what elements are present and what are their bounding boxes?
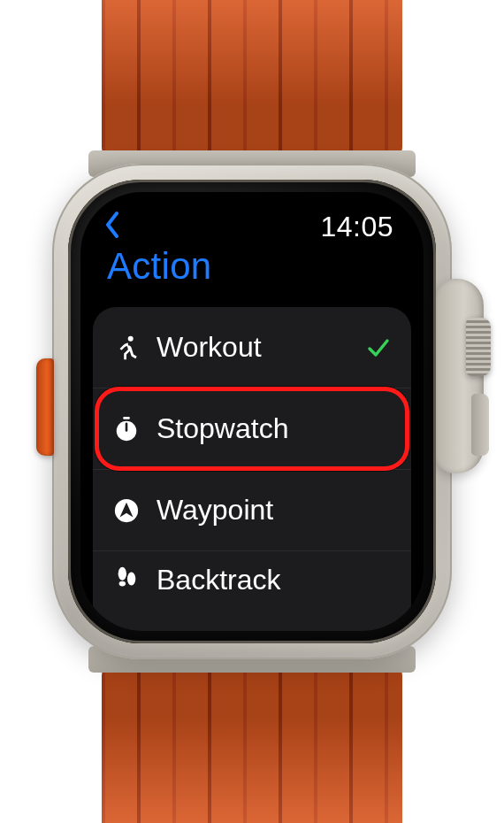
list-item-backtrack[interactable]: Backtrack xyxy=(93,551,411,604)
back-button[interactable] xyxy=(102,210,125,243)
page-title: Action xyxy=(80,243,424,300)
svg-point-0 xyxy=(128,335,134,341)
watch-band-bottom xyxy=(102,664,402,823)
svg-rect-3 xyxy=(126,422,128,431)
status-time: 14:05 xyxy=(320,211,393,243)
watch-band-top xyxy=(102,0,402,159)
watch-case: 14:05 Action Workout Stopwatch xyxy=(52,164,452,659)
list-item-label: Workout xyxy=(157,331,349,364)
status-bar: 14:05 xyxy=(80,192,424,243)
checkmark-icon xyxy=(365,335,392,361)
physical-side-button[interactable] xyxy=(471,394,489,456)
list-item-label: Stopwatch xyxy=(157,412,392,445)
chevron-left-icon xyxy=(104,211,122,242)
running-icon xyxy=(112,334,141,362)
list-item-workout[interactable]: Workout xyxy=(93,307,411,388)
list-item-label: Backtrack xyxy=(157,564,392,596)
action-list: Workout Stopwatch Waypoint xyxy=(93,307,411,631)
svg-point-6 xyxy=(119,581,126,587)
crown-guard xyxy=(434,279,484,473)
list-item-waypoint[interactable]: Waypoint xyxy=(93,470,411,551)
stopwatch-icon xyxy=(112,415,141,443)
digital-crown[interactable] xyxy=(466,318,491,376)
location-icon xyxy=(112,496,141,525)
svg-point-7 xyxy=(127,572,135,585)
footsteps-icon xyxy=(112,564,141,592)
list-item-stopwatch[interactable]: Stopwatch xyxy=(93,388,411,470)
svg-rect-1 xyxy=(123,416,130,419)
watch-screen: 14:05 Action Workout Stopwatch xyxy=(80,192,424,631)
svg-point-5 xyxy=(118,567,126,581)
physical-action-button[interactable] xyxy=(36,358,54,456)
list-item-label: Waypoint xyxy=(157,494,392,527)
